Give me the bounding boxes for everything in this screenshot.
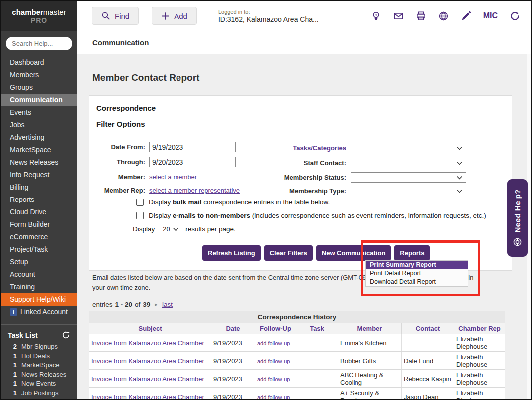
tasks-categories-link[interactable]: Tasks/Categories xyxy=(254,144,346,152)
task-list-item-pub-requests[interactable]: 5Pub. Requests xyxy=(1,398,77,399)
task-cell xyxy=(296,370,338,388)
sidebar-item-advertising[interactable]: Advertising xyxy=(1,131,77,144)
mic-menu[interactable]: MIC xyxy=(483,11,498,20)
clear-filters-button[interactable]: Clear Filters xyxy=(264,245,313,261)
sidebar-item-label: Members xyxy=(10,69,39,81)
menu-item-download-detail-report[interactable]: Download Detail Report xyxy=(366,278,468,286)
find-button[interactable]: Find xyxy=(92,7,139,25)
app-window: chambermaster PRO Find Add Logged in to:… xyxy=(0,0,532,400)
task-cell xyxy=(296,352,338,370)
sidebar-item-groups[interactable]: Groups xyxy=(1,81,77,94)
member-cell: Emma's Kitchen xyxy=(338,334,402,352)
membership-type-select[interactable] xyxy=(351,186,466,196)
add-button[interactable]: Add xyxy=(152,7,197,25)
task-list-item-job-postings[interactable]: 1Job Postings xyxy=(1,389,77,398)
subject-link[interactable]: Invoice from Kalamazoo Area Chamber xyxy=(91,393,204,400)
select-member-link[interactable]: select a member xyxy=(149,173,197,181)
add-follow-up-link[interactable]: add follow-up xyxy=(257,394,290,400)
task-count: 1 xyxy=(1,370,17,380)
sidebar-item-info-request[interactable]: Info Request xyxy=(1,169,77,181)
sidebar-item-news-releases[interactable]: News Releases xyxy=(1,156,77,169)
chevron-down-icon xyxy=(457,146,462,150)
need-help-tab[interactable]: Need Help? xyxy=(507,179,528,257)
bulk-mail-checkbox[interactable] xyxy=(136,199,144,206)
sidebar-item-form-builder[interactable]: Form Builder xyxy=(1,218,77,231)
subject-link[interactable]: Invoice from Kalamazoo Area Chamber xyxy=(91,339,204,347)
sidebar-item-support-help-wiki[interactable]: Support Help/Wiki xyxy=(1,293,77,306)
last-page-link[interactable]: last xyxy=(162,301,173,308)
sidebar-item-reports[interactable]: Reports xyxy=(1,194,77,206)
staff-contact-select[interactable] xyxy=(351,158,466,168)
task-label: New Events xyxy=(17,379,56,389)
entries-total: 39 xyxy=(143,301,150,308)
sidebar-item-setup[interactable]: Setup xyxy=(1,256,77,268)
through-input[interactable] xyxy=(149,157,236,167)
task-count: 1 xyxy=(1,379,17,389)
sidebar-item-communication[interactable]: Communication xyxy=(1,94,77,106)
select-member-rep-link[interactable]: select a member representative xyxy=(149,187,240,194)
sidebar-item-dashboard[interactable]: Dashboard xyxy=(1,56,77,69)
sidebar-item-members[interactable]: Members xyxy=(1,69,77,81)
add-follow-up-link[interactable]: add follow-up xyxy=(257,376,290,382)
add-follow-up-link[interactable]: add follow-up xyxy=(257,358,290,364)
menu-item-print-detail-report[interactable]: Print Detail Report xyxy=(366,269,468,278)
non-members-checkbox[interactable] xyxy=(136,212,144,219)
reports-dropdown-menu: Print Summary ReportPrint Detail ReportD… xyxy=(365,260,468,287)
task-cell xyxy=(296,388,338,399)
sidebar-item-events[interactable]: Events xyxy=(1,106,77,119)
sidebar-item-label: Project/Task xyxy=(10,243,48,256)
sidebar-item-ecommerce[interactable]: eCommerce xyxy=(1,231,77,243)
task-list-item-new-events[interactable]: 1New Events xyxy=(1,379,77,389)
refresh-icon[interactable] xyxy=(510,11,520,21)
sidebar-item-cloud-drive[interactable]: Cloud Drive xyxy=(1,206,77,218)
new-communication-button[interactable]: New Communication xyxy=(316,245,391,261)
sidebar-item-label: Groups xyxy=(10,81,33,94)
add-follow-up-link[interactable]: add follow-up xyxy=(257,340,290,346)
task-list-item-news-releases[interactable]: 1News Releases xyxy=(1,370,77,380)
non-members-checkbox-row: Display e-mails to non-members (includes… xyxy=(136,212,486,219)
task-count: 2 xyxy=(1,342,17,352)
lightbulb-icon[interactable] xyxy=(371,11,381,21)
subject-link[interactable]: Invoice from Kalamazoo Area Chamber xyxy=(91,375,204,383)
bulk-mail-checkbox-row: Display bulk mail correspondence entries… xyxy=(136,199,330,206)
tasks-categories-select[interactable] xyxy=(351,143,466,153)
facebook-icon: f xyxy=(10,308,17,316)
task-label: Hot Deals xyxy=(17,352,50,361)
results-per-page-select[interactable]: 20 xyxy=(159,224,181,234)
refresh-listing-button[interactable]: Refresh Listing xyxy=(202,245,261,261)
follow-up-cell: add follow-up xyxy=(255,388,296,399)
date-from-input[interactable] xyxy=(149,142,236,152)
filter-options-heading: Filter Options xyxy=(96,120,145,128)
task-list-item-marketspace[interactable]: 1MarketSpace xyxy=(1,361,77,370)
subject-cell: Invoice from Kalamazoo Area Chamber xyxy=(89,352,211,370)
member-cell: ABC Heating & Cooling xyxy=(338,370,402,388)
results-per-page-row: Display 20 results per page. xyxy=(133,224,236,234)
column-header-chamber-rep: Chamber Rep xyxy=(454,323,505,334)
date-from-label: Date From: xyxy=(89,143,145,151)
sidebar-item-jobs[interactable]: Jobs xyxy=(1,119,77,131)
sidebar-item-billing[interactable]: Billing xyxy=(1,181,77,194)
printer-icon[interactable] xyxy=(416,11,426,21)
subject-link[interactable]: Invoice from Kalamazoo Area Chamber xyxy=(91,357,204,365)
reports-button[interactable]: Reports xyxy=(394,245,430,261)
sidebar-item-account[interactable]: Account xyxy=(1,268,77,281)
task-list-item-mbr-signups[interactable]: 2Mbr Signups xyxy=(1,342,77,352)
breadcrumb-band: Communication xyxy=(77,31,531,54)
sidebar-item-training[interactable]: Training xyxy=(1,281,77,293)
sidebar-item-marketspace[interactable]: MarketSpace xyxy=(1,144,77,156)
action-button-row: Refresh Listing Clear Filters New Commun… xyxy=(202,245,430,261)
envelope-icon[interactable] xyxy=(393,11,404,21)
sidebar-item-project-task[interactable]: Project/Task xyxy=(1,243,77,256)
menu-item-print-summary-report[interactable]: Print Summary Report xyxy=(366,261,468,269)
sidebar-item-linked-account[interactable]: fLinked Account xyxy=(1,306,77,318)
task-refresh-icon[interactable] xyxy=(62,331,70,339)
task-count: 1 xyxy=(1,361,17,370)
date-cell: 9/19/2023 xyxy=(211,334,255,352)
pencil-icon[interactable] xyxy=(461,11,471,21)
next-page-arrow-icon[interactable]: ▸ xyxy=(155,301,158,308)
membership-status-select[interactable] xyxy=(351,172,466,183)
globe-icon[interactable] xyxy=(438,11,449,21)
task-list-item-hot-deals[interactable]: 1Hot Deals xyxy=(1,352,77,361)
sidebar-item-label: eCommerce xyxy=(10,231,48,243)
search-help-input[interactable] xyxy=(6,37,72,50)
